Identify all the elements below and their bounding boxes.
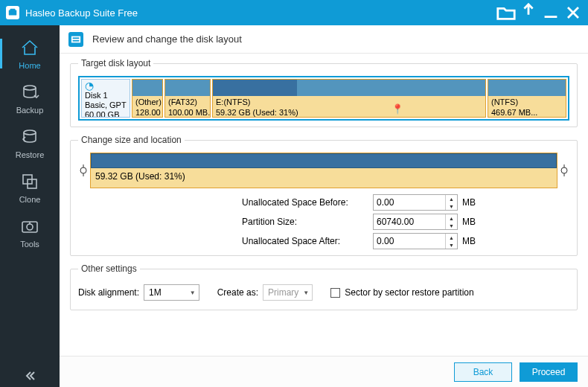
spin-down-icon[interactable]: ▼ — [446, 241, 457, 249]
resize-text: 59.32 GB (Used: 31%) — [91, 168, 557, 185]
disk-name: Disk 1 — [85, 91, 127, 100]
restore-icon — [19, 127, 40, 147]
sidebar-item-label: Home — [19, 61, 40, 70]
main: Review and change the disk layout Target… — [60, 25, 588, 387]
sidebar-item-home[interactable]: Home — [0, 31, 60, 76]
partition-block[interactable]: (FAT32) 100.00 MB... — [164, 79, 211, 118]
input-unalloc-before[interactable]: ▲▼ — [373, 194, 458, 211]
checkbox-sector-by-sector[interactable]: Sector by sector restore partition — [330, 287, 473, 298]
label-partition-size: Partition Size: — [242, 217, 368, 227]
open-icon[interactable] — [496, 4, 517, 22]
footer: Back Proceed — [60, 356, 588, 387]
group-target-disk-layout: Target disk layout ◔ Disk 1 Basic, GPT 6… — [70, 58, 578, 127]
app-icon — [6, 6, 19, 19]
svg-rect-0 — [9, 10, 17, 16]
titlebar: Hasleo Backup Suite Free — [0, 0, 588, 25]
partition-block-selected[interactable]: E:(NTFS) 59.32 GB (Used: 31%) 📍 — [212, 79, 486, 118]
disk-type: Basic, GPT — [85, 100, 127, 110]
label-create-as: Create as: — [217, 287, 258, 298]
close-icon[interactable] — [563, 4, 584, 22]
spin-up-icon[interactable]: ▲ — [446, 234, 457, 241]
group-legend: Other settings — [78, 263, 140, 274]
sidebar-item-label: Tools — [20, 240, 39, 249]
spin-down-icon[interactable]: ▼ — [446, 222, 457, 229]
svg-point-9 — [80, 167, 86, 173]
app-title: Hasleo Backup Suite Free — [25, 7, 494, 19]
group-other-settings: Other settings Disk alignment: 1M ▼ Crea… — [70, 263, 578, 310]
unalloc-before-field[interactable] — [374, 195, 445, 210]
unit-label: MB — [462, 217, 480, 227]
label-disk-alignment: Disk alignment: — [78, 287, 139, 298]
partition-size-field[interactable] — [374, 214, 445, 229]
page-header: Review and change the disk layout — [60, 25, 588, 54]
sidebar-item-tools[interactable]: Tools — [0, 210, 60, 255]
checkbox-box — [330, 288, 340, 298]
unalloc-after-field[interactable] — [374, 234, 445, 249]
sidebar-item-label: Backup — [16, 106, 44, 115]
backup-icon — [19, 82, 40, 103]
disk-icon: ◔ — [85, 81, 127, 91]
chevron-down-icon: ▼ — [190, 290, 196, 296]
spin-down-icon[interactable]: ▼ — [446, 202, 457, 210]
back-button[interactable]: Back — [454, 362, 512, 382]
resize-handle-right[interactable] — [559, 153, 569, 188]
spin-up-icon[interactable]: ▲ — [446, 214, 457, 222]
input-partition-size[interactable]: ▲▼ — [373, 214, 458, 230]
dropdown-create-as: Primary ▼ — [263, 284, 313, 301]
sidebar-item-label: Restore — [16, 150, 45, 159]
clone-icon — [19, 171, 40, 192]
disk-header[interactable]: ◔ Disk 1 Basic, GPT 60.00 GB — [81, 79, 130, 118]
group-legend: Change size and location — [78, 135, 185, 145]
group-change-size: Change size and location 59.32 GB (Used:… — [70, 135, 578, 256]
svg-point-2 — [24, 86, 36, 90]
sidebar-collapse-button[interactable] — [0, 365, 60, 387]
sidebar-item-restore[interactable]: Restore — [0, 121, 60, 165]
resize-block[interactable]: 59.32 GB (Used: 31%) — [90, 153, 557, 188]
svg-point-3 — [24, 130, 36, 135]
unit-label: MB — [462, 197, 480, 208]
sidebar-item-clone[interactable]: Clone — [0, 165, 60, 210]
disk-size: 60.00 GB — [85, 110, 127, 118]
page-title: Review and change the disk layout — [92, 33, 242, 45]
svg-rect-1 — [10, 9, 16, 11]
svg-point-10 — [561, 167, 567, 173]
label-unalloc-after: Unallocated Space After: — [242, 236, 368, 246]
minimize-icon[interactable] — [540, 4, 561, 22]
input-unalloc-after[interactable]: ▲▼ — [373, 233, 458, 249]
sidebar-item-backup[interactable]: Backup — [0, 76, 60, 121]
sidebar: Home Backup Restore Clone Tools — [0, 25, 60, 387]
tools-icon — [19, 216, 40, 237]
proceed-button[interactable]: Proceed — [520, 362, 578, 382]
disk-row: ◔ Disk 1 Basic, GPT 60.00 GB (Other) 128… — [78, 76, 569, 121]
chevron-down-icon: ▼ — [303, 290, 309, 296]
pin-icon[interactable] — [518, 4, 539, 22]
partition-block[interactable]: (NTFS) 469.67 MB... — [488, 79, 566, 118]
unit-label: MB — [462, 236, 480, 246]
home-icon — [19, 37, 40, 58]
group-legend: Target disk layout — [78, 58, 153, 68]
sidebar-item-label: Clone — [19, 195, 41, 204]
dropdown-disk-alignment[interactable]: 1M ▼ — [144, 284, 199, 301]
svg-point-7 — [27, 224, 33, 230]
disk-layout-icon — [68, 32, 83, 47]
label-unalloc-before: Unallocated Space Before: — [242, 197, 368, 208]
spin-up-icon[interactable]: ▲ — [446, 195, 457, 202]
resize-handle-left[interactable] — [78, 153, 89, 188]
partition-block[interactable]: (Other) 128.00 MB — [132, 79, 163, 118]
checkbox-label: Sector by sector restore partition — [345, 287, 473, 298]
